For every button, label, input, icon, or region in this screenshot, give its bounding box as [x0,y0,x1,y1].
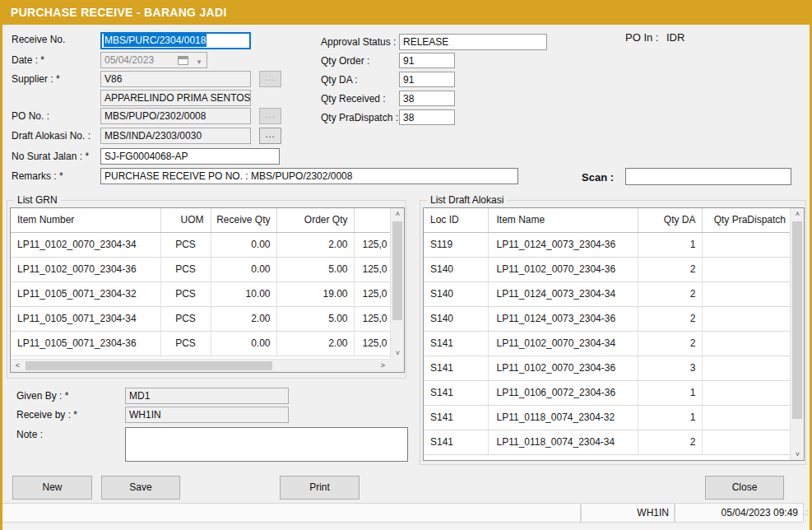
table-cell[interactable]: 1 [638,405,702,430]
column-header[interactable]: Receive Qty [211,208,276,232]
table-cell[interactable]: LP11_0105_0071_2304-36 [11,331,160,356]
grn-horizontal-scrollbar[interactable]: < > [11,359,390,372]
table-row[interactable]: LP11_0105_0071_2304-36PCS0.002.00125,0 [11,331,392,356]
scroll-up-icon[interactable]: ˄ [391,210,405,218]
table-cell[interactable]: 2.00 [211,306,276,331]
qty-order-input[interactable]: 91 [399,53,455,68]
table-cell[interactable]: 125,0 [354,257,392,281]
table-cell[interactable]: S119 [424,232,488,257]
table-cell[interactable]: S141 [424,356,488,380]
table-row[interactable]: LP11_0102_0070_2304-34PCS0.002.00125,0 [11,232,392,257]
table-cell[interactable]: 5.00 [276,306,354,331]
alokasi-vscroll-thumb[interactable] [792,221,802,419]
column-header[interactable]: Qty DA [638,208,702,232]
table-cell[interactable] [702,380,791,405]
receive-no-input[interactable]: MBS/PURC/2304/0018 [100,32,251,49]
table-cell[interactable]: LP11_0118_0074_2304-34 [488,430,638,454]
no-surat-jalan-input[interactable]: SJ-FG0004068-AP [100,148,280,165]
table-cell[interactable]: 0.00 [211,257,276,281]
scan-input[interactable] [625,168,791,185]
table-cell[interactable] [702,306,791,331]
table-cell[interactable] [702,356,791,380]
column-header[interactable]: Order Qty [276,208,354,232]
table-cell[interactable]: LP11_0102_0070_2304-36 [488,356,638,380]
table-cell[interactable]: 125,0 [354,232,392,257]
table-cell[interactable]: 0.00 [211,331,276,356]
column-header[interactable]: Item Name [488,208,638,232]
table-row[interactable]: S141LP11_0106_0072_2304-361 [424,380,791,405]
table-cell[interactable]: LP11_0105_0071_2304-32 [11,281,160,306]
po-no-browse-button[interactable]: ... [259,108,281,124]
qty-received-input[interactable]: 38 [399,91,455,106]
alokasi-vertical-scrollbar[interactable]: ˄ ˅ [790,208,804,460]
supplier-input[interactable]: V86 [100,71,251,87]
table-cell[interactable]: 1 [638,380,702,405]
table-cell[interactable] [702,331,791,356]
approval-status-input[interactable]: RELEASE [399,34,547,50]
table-cell[interactable] [702,430,791,454]
receive-by-input[interactable]: WH1IN [125,407,289,423]
table-cell[interactable]: 2 [638,331,702,356]
table-cell[interactable]: 2.00 [276,331,354,356]
table-row[interactable]: LP11_0102_0070_2304-36PCS0.005.00125,0 [11,257,392,281]
close-button[interactable]: Close [705,476,784,500]
table-cell[interactable]: 2 [638,257,702,281]
table-cell[interactable]: LP11_0105_0071_2304-34 [11,306,160,331]
supplier-name-input[interactable]: APPARELINDO PRIMA SENTOSA, [100,90,251,106]
table-cell[interactable]: 2.00 [276,232,354,257]
table-cell[interactable]: 0.00 [211,232,276,257]
given-by-input[interactable]: MD1 [125,388,289,404]
dropdown-arrow-icon[interactable]: ▼ [196,57,202,68]
table-cell[interactable]: PCS [160,306,211,331]
table-cell[interactable]: S140 [424,281,488,306]
table-cell[interactable]: 19.00 [276,281,354,306]
table-row[interactable]: S140LP11_0124_0073_2304-362 [424,306,791,331]
scroll-right-icon[interactable]: > [376,361,390,370]
draft-alokasi-input[interactable]: MBS/INDA/2303/0030 [100,128,251,144]
table-cell[interactable] [702,405,791,430]
table-row[interactable]: S141LP11_0102_0070_2304-342 [424,331,791,356]
save-button[interactable]: Save [101,476,180,500]
po-no-input[interactable]: MBS/PUPO/2302/0008 [100,108,251,124]
window-titlebar[interactable]: PURCHASE RECEIVE - BARANG JADI [0,0,812,25]
table-cell[interactable]: 125,0 [354,281,392,306]
table-cell[interactable]: S140 [424,306,488,331]
table-cell[interactable]: 125,0 [354,306,392,331]
column-header[interactable]: UOM [160,208,211,232]
grn-vertical-scrollbar[interactable]: ˄ ˅ [390,208,404,359]
scroll-down-icon[interactable]: ˅ [791,450,805,458]
table-row[interactable]: LP11_0105_0071_2304-34PCS2.005.00125,0 [11,306,392,331]
table-cell[interactable]: 2 [638,281,702,306]
table-cell[interactable]: 3 [638,356,702,380]
table-cell[interactable] [702,281,791,306]
table-cell[interactable]: LP11_0106_0072_2304-36 [488,380,638,405]
table-cell[interactable]: LP11_0124_0073_2304-34 [488,281,638,306]
table-row[interactable]: S119LP11_0124_0073_2304-361 [424,232,791,257]
table-cell[interactable]: PCS [160,257,211,281]
scroll-down-icon[interactable]: ˅ [391,349,405,357]
draft-alokasi-browse-button[interactable]: ... [259,128,281,144]
remarks-input[interactable]: PURCHASE RECEIVE PO NO. : MBS/PUPO/2302/… [100,168,518,184]
grn-vscroll-thumb[interactable] [392,221,402,320]
table-row[interactable]: S141LP11_0118_0074_2304-342 [424,430,791,454]
table-row[interactable]: S141LP11_0102_0070_2304-363 [424,356,791,380]
table-cell[interactable]: LP11_0102_0070_2304-34 [11,232,160,257]
table-cell[interactable]: S141 [424,405,488,430]
column-header[interactable] [354,208,392,232]
table-cell[interactable]: 5.00 [276,257,354,281]
scroll-left-icon[interactable]: < [11,361,25,370]
table-row[interactable]: S141LP11_0118_0074_2304-321 [424,405,791,430]
table-cell[interactable]: LP11_0102_0070_2304-34 [488,331,638,356]
date-input[interactable]: 05/04/2023 ▼ [100,52,207,68]
new-button[interactable]: New [12,476,92,500]
table-cell[interactable]: LP11_0118_0074_2304-32 [488,405,638,430]
column-header[interactable]: Loc ID [424,208,488,232]
note-input[interactable] [125,427,408,462]
table-cell[interactable]: PCS [160,281,211,306]
table-cell[interactable]: 2 [638,430,702,454]
qty-da-input[interactable]: 91 [399,72,455,87]
table-cell[interactable]: S140 [424,257,488,281]
table-cell[interactable]: PCS [160,232,211,257]
grn-hscroll-thumb[interactable] [26,361,272,370]
table-cell[interactable]: LP11_0124_0073_2304-36 [488,232,638,257]
